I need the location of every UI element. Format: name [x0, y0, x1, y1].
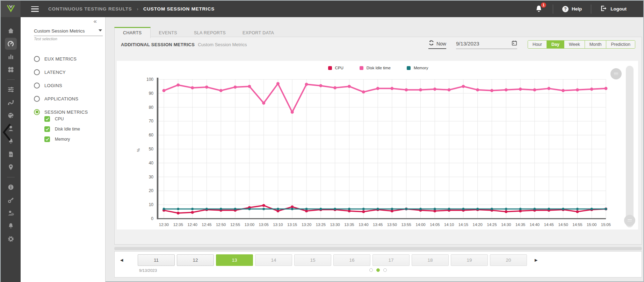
- zoom-handle-bottom[interactable]: [624, 215, 635, 226]
- date-input[interactable]: [456, 41, 501, 47]
- main-content: CHARTSEVENTSSLA REPORTSEXPORT DATA ADDIT…: [106, 17, 644, 282]
- legend-cpu[interactable]: CPU: [328, 66, 343, 70]
- day-button-14[interactable]: 14: [255, 254, 292, 266]
- day-button-11[interactable]: 11: [138, 254, 175, 266]
- chart-title: ADDITIONAL SESSION METRICS: [121, 42, 195, 47]
- option-session-metrics[interactable]: SESSION METRICS: [34, 108, 88, 116]
- radio-icon[interactable]: [34, 109, 40, 115]
- option-applications[interactable]: APPLICATIONS: [34, 95, 88, 103]
- legend-disk-idle-time[interactable]: Disk Idle time: [360, 66, 391, 70]
- notifications-button[interactable]: 1: [535, 5, 544, 14]
- session-metric-list: CPUDisk Idle timeMemory: [44, 115, 80, 146]
- svg-text:14:55: 14:55: [572, 223, 582, 227]
- zoom-handle-top[interactable]: [610, 68, 622, 79]
- day-button-15[interactable]: 15: [294, 254, 331, 266]
- svg-text:13:30: 13:30: [330, 223, 340, 227]
- tab-export-data[interactable]: EXPORT DATA: [234, 27, 282, 38]
- radio-icon[interactable]: [34, 96, 40, 102]
- range-button-group: HourDayWeekMonthPrediction: [528, 40, 635, 49]
- day-button-19[interactable]: 19: [451, 254, 488, 266]
- metric-disk-idle-time[interactable]: Disk Idle time: [44, 126, 80, 133]
- option-eux-metrics[interactable]: EUX METRICS: [34, 55, 88, 63]
- refresh-now-button[interactable]: Now: [428, 40, 446, 49]
- nav-configuration[interactable]: [5, 84, 17, 96]
- metric-memory[interactable]: Memory: [44, 136, 80, 143]
- test-selector-dropdown[interactable]: Custom Session Metrics: [34, 28, 103, 36]
- range-hour[interactable]: Hour: [528, 41, 547, 48]
- chart-canvas: 0102030405060708090100%12:3012:3512:4012…: [115, 70, 639, 238]
- menu-icon[interactable]: [31, 6, 39, 12]
- range-prediction[interactable]: Prediction: [606, 41, 635, 48]
- notification-badge: 1: [541, 2, 546, 8]
- page-dot-3[interactable]: [383, 268, 387, 272]
- option-latency[interactable]: LATENCY: [34, 68, 88, 76]
- svg-text:14:15: 14:15: [458, 223, 468, 227]
- tab-sla-reports[interactable]: SLA REPORTS: [186, 27, 234, 38]
- help-button[interactable]: ? Help: [562, 6, 582, 12]
- svg-text:20: 20: [149, 188, 154, 193]
- radio-icon[interactable]: [34, 83, 40, 89]
- checkbox-icon[interactable]: [44, 116, 50, 122]
- logout-button[interactable]: Logout: [600, 5, 627, 13]
- nav-user-management[interactable]: [5, 207, 17, 219]
- range-month[interactable]: Month: [585, 41, 606, 48]
- timeline-panel: ◀ 11121314151617181920 ▶ 9/13/2023: [114, 251, 642, 277]
- nav-access-keys[interactable]: [5, 194, 17, 206]
- svg-text:90: 90: [149, 91, 154, 96]
- nav-settings[interactable]: [5, 233, 17, 245]
- legend-swatch: [407, 66, 411, 70]
- svg-text:14:35: 14:35: [515, 223, 525, 227]
- day-button-20[interactable]: 20: [490, 254, 527, 266]
- svg-text:14:50: 14:50: [558, 223, 568, 227]
- vertical-zoom-track[interactable]: [626, 66, 634, 227]
- app-logo[interactable]: [1, 1, 21, 17]
- nav-notifications[interactable]: [5, 220, 17, 232]
- page-dot-1[interactable]: [369, 268, 373, 272]
- svg-text:12:30: 12:30: [159, 223, 169, 227]
- breadcrumb-parent[interactable]: CONTINUOUS TESTING RESULTS: [48, 6, 132, 12]
- day-button-16[interactable]: 16: [333, 254, 370, 266]
- nav-applications[interactable]: [5, 64, 17, 76]
- horizontal-scrollbar[interactable]: [114, 247, 642, 250]
- day-button-18[interactable]: 18: [412, 254, 449, 266]
- nav-scripts[interactable]: [5, 148, 17, 160]
- sidebar-collapse-icon[interactable]: «: [94, 18, 97, 25]
- date-picker[interactable]: [456, 40, 517, 49]
- checkbox-icon[interactable]: [44, 136, 50, 142]
- day-button-12[interactable]: 12: [177, 254, 214, 266]
- option-label: LOGINS: [44, 83, 62, 88]
- day-button-13[interactable]: 13: [216, 254, 253, 266]
- timeline-next-button[interactable]: ▶: [533, 256, 539, 264]
- radio-icon[interactable]: [34, 56, 40, 62]
- checkbox-icon[interactable]: [44, 126, 50, 132]
- svg-text:13:00: 13:00: [245, 223, 254, 227]
- nav-connections[interactable]: [5, 97, 17, 108]
- day-button-17[interactable]: 17: [372, 254, 410, 266]
- tab-charts[interactable]: CHARTS: [114, 27, 151, 38]
- option-logins[interactable]: LOGINS: [34, 82, 88, 89]
- svg-text:13:05: 13:05: [259, 223, 269, 227]
- nav-reports[interactable]: [5, 51, 17, 63]
- radio-icon[interactable]: [34, 69, 40, 75]
- nav-dashboard[interactable]: [5, 38, 17, 50]
- sliders-icon: [7, 86, 14, 93]
- range-week[interactable]: Week: [564, 41, 585, 48]
- panel-collapse-handle[interactable]: [2, 123, 12, 141]
- svg-text:12:40: 12:40: [187, 223, 197, 227]
- info-icon: [7, 184, 14, 191]
- nav-environment[interactable]: [5, 110, 17, 121]
- svg-text:15:00: 15:00: [587, 223, 596, 227]
- svg-text:70: 70: [149, 119, 154, 124]
- tab-events[interactable]: EVENTS: [151, 27, 186, 38]
- range-day[interactable]: Day: [547, 41, 564, 48]
- calendar-icon[interactable]: [512, 40, 517, 47]
- svg-text:13:50: 13:50: [387, 223, 397, 227]
- page-dot-2[interactable]: [376, 268, 380, 272]
- svg-text:13:55: 13:55: [401, 223, 411, 227]
- metric-cpu[interactable]: CPU: [44, 115, 80, 122]
- timeline-prev-button[interactable]: ◀: [119, 256, 124, 264]
- nav-about[interactable]: [5, 181, 17, 193]
- nav-locations[interactable]: [5, 161, 17, 173]
- legend-memory[interactable]: Memory: [407, 66, 428, 70]
- nav-home[interactable]: [5, 25, 17, 37]
